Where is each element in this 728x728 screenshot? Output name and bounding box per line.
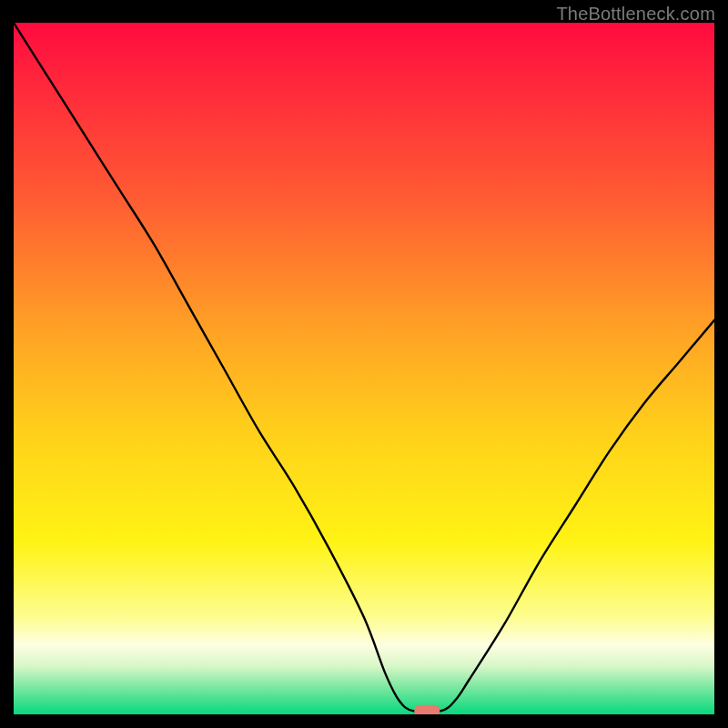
gradient-background — [14, 23, 714, 714]
bottleneck-chart — [14, 23, 714, 714]
chart-frame: TheBottleneck.com — [0, 0, 728, 728]
watermark-text: TheBottleneck.com — [556, 4, 715, 25]
plot-area — [14, 23, 714, 714]
optimum-marker — [414, 705, 440, 714]
